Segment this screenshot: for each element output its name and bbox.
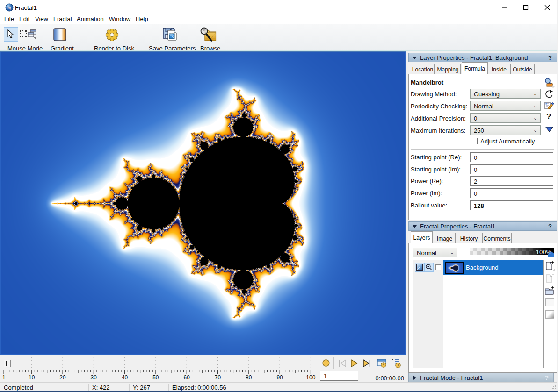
svg-text:30: 30 (91, 374, 97, 381)
svg-text:1: 1 (2, 374, 6, 381)
svg-text:50: 50 (152, 374, 159, 381)
svg-text:100: 100 (306, 374, 315, 381)
svg-text:40: 40 (122, 374, 128, 381)
svg-text:10: 10 (29, 374, 35, 381)
svg-text:60: 60 (183, 374, 190, 381)
svg-text:70: 70 (215, 374, 221, 381)
svg-text:90: 90 (276, 374, 283, 381)
svg-text:80: 80 (246, 374, 252, 381)
svg-text:20: 20 (59, 374, 66, 381)
